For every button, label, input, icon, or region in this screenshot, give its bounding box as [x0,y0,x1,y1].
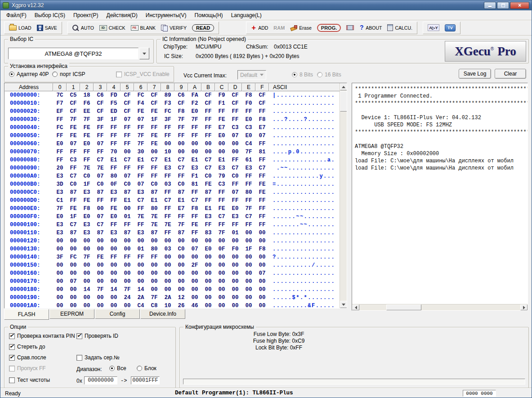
hex-byte-cell[interactable]: 00 [161,141,174,147]
hex-ascii-cell[interactable]: ................ [269,270,347,277]
hex-byte-cell[interactable]: C7 [228,165,242,171]
tab-config[interactable]: Config [95,309,140,319]
hex-byte-cell[interactable]: FF [255,214,269,220]
hex-byte-cell[interactable]: FE [134,108,148,115]
hex-byte-cell[interactable]: 07 [255,270,269,277]
hex-ascii-cell[interactable]: ................ [269,141,347,147]
hex-byte-cell[interactable]: 87 [201,189,215,196]
hex-byte-cell[interactable]: 07 [94,141,107,147]
hex-byte-cell[interactable]: 2A [134,295,148,301]
hex-byte-cell[interactable]: FE [201,181,215,188]
hex-byte-cell[interactable]: F8 [174,108,188,115]
hex-byte-cell[interactable]: 00 [174,254,188,260]
hex-byte-cell[interactable]: E3 [134,230,148,236]
hex-byte-cell[interactable]: 00 [201,254,215,260]
hex-byte-cell[interactable]: 00 [67,286,80,293]
hex-byte-cell[interactable]: E3 [201,214,215,220]
hex-byte-cell[interactable]: FF [80,157,94,163]
hex-byte-cell[interactable]: 07 [67,141,80,147]
hex-byte-cell[interactable]: 00 [228,262,242,268]
hex-byte-cell[interactable]: 00 [80,270,94,277]
hex-byte-cell[interactable]: C4 [242,141,255,147]
hex-byte-cell[interactable]: CF [121,92,134,98]
hex-byte-cell[interactable]: 00 [134,278,148,285]
hex-byte-cell[interactable]: FF [161,125,174,131]
hex-byte-cell[interactable]: E1 [174,197,188,204]
hex-byte-cell[interactable]: FE [67,206,80,212]
hex-byte-cell[interactable]: 00 [161,270,174,277]
hex-byte-cell[interactable]: 00 [94,238,107,244]
hex-byte-cell[interactable]: FF [188,125,201,131]
hex-byte-cell[interactable]: C7 [161,197,174,204]
menu-item-project[interactable]: Проект(P) [69,11,103,20]
addr-from-input[interactable] [84,376,117,385]
hex-byte-cell[interactable]: C7 [121,157,134,163]
hex-byte-cell[interactable]: FF [228,197,242,204]
hex-byte-cell[interactable]: E0 [242,133,255,139]
hex-byte-cell[interactable]: F7 [53,100,67,107]
hex-byte-cell[interactable]: C7 [134,197,148,204]
hex-byte-cell[interactable]: 00 [148,286,161,293]
hex-byte-cell[interactable]: 00 [94,206,107,212]
range-block-radio[interactable]: Блок [137,365,156,371]
close-button[interactable] [510,2,529,9]
hex-byte-cell[interactable]: 14 [134,286,148,293]
hex-byte-cell[interactable]: FF [107,254,121,260]
hex-byte-cell[interactable]: 00 [242,303,255,309]
hex-byte-cell[interactable]: E3 [80,189,94,196]
addr-to-input[interactable] [131,376,160,385]
hex-byte-cell[interactable]: FF [228,157,242,163]
hex-byte-cell[interactable]: 7F [148,295,161,301]
hex-ascii-cell[interactable]: ................ [269,125,347,131]
hex-ascii-cell[interactable]: .....$*.*....... [269,295,347,301]
hex-byte-cell[interactable]: FF [121,254,134,260]
hex-byte-cell[interactable]: 00 [148,149,161,155]
hex-byte-cell[interactable]: CF [148,100,161,107]
hex-byte-cell[interactable]: 2A [161,295,174,301]
hex-byte-cell[interactable]: 00 [174,278,188,285]
hex-byte-cell[interactable]: FF [94,197,107,204]
hex-byte-cell[interactable]: C7 [188,197,201,204]
hex-byte-cell[interactable]: 00 [67,238,80,244]
hex-byte-cell[interactable]: E0 [188,108,201,115]
hex-byte-cell[interactable]: C0 [228,173,242,179]
hex-byte-cell[interactable]: 07 [188,246,201,252]
hex-byte-cell[interactable]: FF [134,222,148,228]
hex-byte-cell[interactable]: FE [67,133,80,139]
hex-byte-cell[interactable]: 01 [228,230,242,236]
hex-byte-cell[interactable]: 7E [148,214,161,220]
hex-byte-cell[interactable]: 00 [174,149,188,155]
hex-ascii-cell[interactable]: ..............a. [269,157,347,163]
hex-byte-cell[interactable]: E0 [80,214,94,220]
hex-byte-cell[interactable]: C7 [215,214,228,220]
hex-byte-cell[interactable]: 87 [148,230,161,236]
hex-byte-cell[interactable]: FF [161,206,174,212]
hex-byte-cell[interactable]: 61 [242,157,255,163]
hex-byte-cell[interactable]: 00 [80,262,94,268]
vcc-imax-combo[interactable]: Default [237,70,266,80]
hex-byte-cell[interactable]: 2F [188,262,201,268]
hex-byte-cell[interactable]: FE [80,125,94,131]
hex-byte-cell[interactable]: 7E [148,222,161,228]
hex-byte-cell[interactable]: 00 [174,141,188,147]
hex-byte-cell[interactable]: 07 [228,133,242,139]
hex-byte-cell[interactable]: FF [94,125,107,131]
blank-test-checkbox[interactable]: Тест чистоты [9,377,50,383]
hex-ascii-cell[interactable]: ........../..... [269,262,347,268]
hex-byte-cell[interactable]: E3 [242,165,255,171]
hex-byte-cell[interactable]: FF [107,222,121,228]
about-button[interactable]: ?ABOUT [357,23,384,32]
hex-byte-cell[interactable]: 10 [161,149,174,155]
hex-byte-cell[interactable]: 00 [121,238,134,244]
hex-byte-cell[interactable]: 00 [215,295,228,301]
hex-byte-cell[interactable]: 00 [215,238,228,244]
hex-byte-cell[interactable]: 7F [134,141,148,147]
hex-byte-cell[interactable]: 00 [53,262,67,268]
hex-byte-cell[interactable]: FF [53,157,67,163]
hex-byte-cell[interactable]: C0 [121,181,134,188]
hex-byte-cell[interactable]: 00 [94,270,107,277]
hex-byte-cell[interactable]: CF [228,100,242,107]
hex-byte-cell[interactable]: FF [255,197,269,204]
hex-byte-cell[interactable]: CF [148,92,161,98]
hex-byte-cell[interactable]: 00 [67,246,80,252]
